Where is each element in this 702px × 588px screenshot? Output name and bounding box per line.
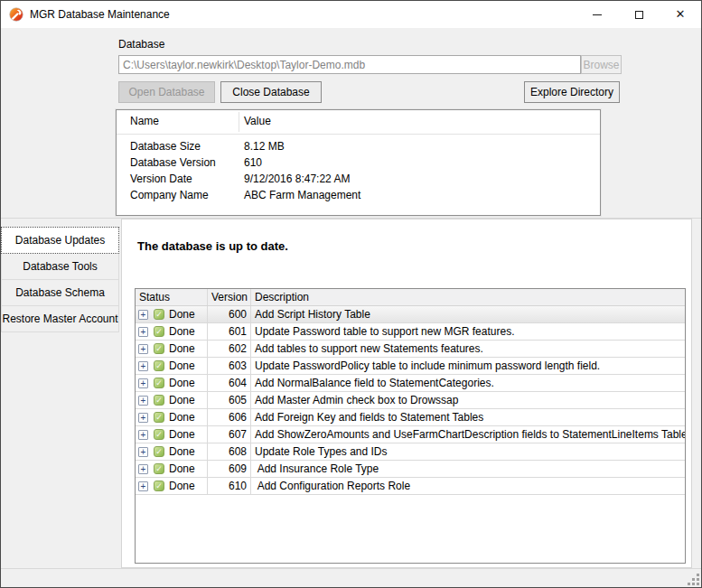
tab-restore-master-account[interactable]: Restore Master Account (1, 305, 119, 332)
description-cell: Update PasswordPolicy table to include m… (251, 358, 685, 374)
column-header-status[interactable]: Status (136, 289, 208, 305)
database-section: Database Browse Open Database Close Data… (1, 28, 702, 219)
database-path-input[interactable] (118, 55, 581, 74)
info-value: 9/12/2016 8:47:22 AM (244, 171, 350, 187)
database-updates-page: The database is up to date. Status Versi… (121, 219, 692, 568)
status-label: Done (169, 392, 195, 408)
done-check-icon: ✓ (154, 360, 164, 371)
info-value: 610 (244, 154, 262, 171)
status-cell: +✓Done (136, 443, 208, 460)
status-cell: +✓Done (136, 306, 208, 322)
done-check-icon: ✓ (154, 463, 164, 474)
close-database-button[interactable]: Close Database (220, 81, 322, 103)
description-cell: Add Configuration Reports Role (251, 478, 685, 494)
window-title: MGR Database Maintenance (30, 8, 170, 21)
info-header-underline (117, 134, 600, 135)
expand-plus-icon[interactable]: + (138, 310, 148, 320)
expand-plus-icon[interactable]: + (138, 396, 148, 406)
database-label: Database (118, 38, 164, 51)
status-label: Done (169, 323, 195, 340)
explore-directory-button[interactable]: Explore Directory (524, 81, 620, 103)
status-cell: +✓Done (136, 341, 208, 357)
update-row[interactable]: +✓Done604Add NormalBalance field to Stat… (136, 375, 685, 392)
version-cell: 601 (208, 323, 251, 340)
status-cell: +✓Done (136, 409, 208, 425)
status-strip (1, 568, 702, 588)
expand-plus-icon[interactable]: + (138, 361, 148, 371)
info-header-name: Name (130, 115, 159, 127)
tab-database-schema[interactable]: Database Schema (1, 279, 119, 306)
update-row[interactable]: +✓Done608Update Role Types and IDs (136, 443, 685, 461)
browse-button[interactable]: Browse (581, 55, 622, 74)
done-check-icon: ✓ (154, 446, 164, 457)
status-label: Done (169, 375, 195, 391)
expand-plus-icon[interactable]: + (138, 447, 148, 457)
status-cell: +✓Done (136, 426, 208, 443)
update-row[interactable]: +✓Done610 Add Configuration Reports Role (136, 478, 685, 495)
version-cell: 610 (208, 478, 251, 494)
column-header-version[interactable]: Version (208, 289, 251, 305)
expand-plus-icon[interactable]: + (138, 413, 148, 423)
minimize-icon[interactable] (576, 1, 618, 28)
close-icon[interactable] (660, 1, 701, 28)
update-row[interactable]: +✓Done606Add Foreign Key and fields to S… (136, 409, 685, 426)
expand-plus-icon[interactable]: + (138, 481, 148, 491)
tab-database-updates[interactable]: Database Updates (1, 227, 119, 254)
description-cell: Add Master Admin check box to Drowssap (251, 392, 685, 408)
version-cell: 603 (208, 358, 251, 374)
done-check-icon: ✓ (154, 309, 164, 320)
update-row[interactable]: +✓Done609 Add Insurance Role Type (136, 461, 685, 478)
description-cell: Add Script History Table (251, 306, 685, 322)
update-row[interactable]: +✓Done607Add ShowZeroAmounts and UseFarm… (136, 426, 685, 443)
info-header-value: Value (244, 115, 271, 127)
expand-plus-icon[interactable]: + (138, 430, 148, 440)
update-row[interactable]: +✓Done602Add tables to support new State… (136, 341, 685, 358)
version-cell: 609 (208, 461, 251, 477)
version-cell: 602 (208, 341, 251, 357)
version-cell: 605 (208, 392, 251, 408)
status-label: Done (169, 426, 195, 443)
column-header-description[interactable]: Description (251, 289, 685, 305)
info-value: 8.12 MB (244, 138, 285, 154)
update-row[interactable]: +✓Done603Update PasswordPolicy table to … (136, 358, 685, 375)
info-header-separator (239, 112, 239, 132)
updates-table-header: Status Version Description (136, 289, 685, 306)
done-check-icon: ✓ (154, 343, 164, 354)
tab-database-tools[interactable]: Database Tools (1, 253, 119, 280)
updates-table-body: +✓Done600Add Script History Table+✓Done6… (136, 306, 685, 495)
version-cell: 608 (208, 443, 251, 460)
open-database-button[interactable]: Open Database (118, 81, 215, 103)
status-label: Done (169, 461, 195, 477)
update-row[interactable]: +✓Done605Add Master Admin check box to D… (136, 392, 685, 409)
expand-plus-icon[interactable]: + (138, 327, 148, 337)
expand-plus-icon[interactable]: + (138, 344, 148, 354)
status-cell: +✓Done (136, 358, 208, 374)
update-row[interactable]: +✓Done600Add Script History Table (136, 306, 685, 323)
done-check-icon: ✓ (154, 412, 164, 423)
info-name: Database Version (130, 154, 216, 171)
status-label: Done (169, 306, 195, 322)
status-cell: +✓Done (136, 392, 208, 408)
done-check-icon: ✓ (154, 481, 164, 491)
status-label: Done (169, 358, 195, 374)
expand-plus-icon[interactable]: + (138, 464, 148, 474)
status-cell: +✓Done (136, 323, 208, 340)
expand-plus-icon[interactable]: + (138, 378, 148, 388)
status-label: Done (169, 409, 195, 425)
status-cell: +✓Done (136, 478, 208, 494)
database-info-panel: Name Value Database Size8.12 MBDatabase … (116, 109, 601, 216)
description-cell: Add Foreign Key and fields to Statement … (251, 409, 685, 425)
tab-strip: Database UpdatesDatabase ToolsDatabase S… (1, 219, 121, 568)
status-cell: +✓Done (136, 461, 208, 477)
description-cell: Add ShowZeroAmounts and UseFarmChartDesc… (251, 426, 685, 443)
status-label: Done (169, 443, 195, 460)
info-rows: Database Size8.12 MBDatabase Version610V… (117, 138, 600, 203)
info-row: Database Size8.12 MB (117, 138, 600, 154)
maximize-icon[interactable] (618, 1, 660, 28)
info-name: Company Name (130, 187, 209, 203)
info-row: Version Date9/12/2016 8:47:22 AM (117, 171, 600, 187)
info-value: ABC Farm Management (244, 187, 360, 203)
update-row[interactable]: +✓Done601Update Password table to suppor… (136, 323, 685, 341)
resize-grip-icon[interactable] (687, 573, 699, 585)
done-check-icon: ✓ (154, 378, 164, 388)
